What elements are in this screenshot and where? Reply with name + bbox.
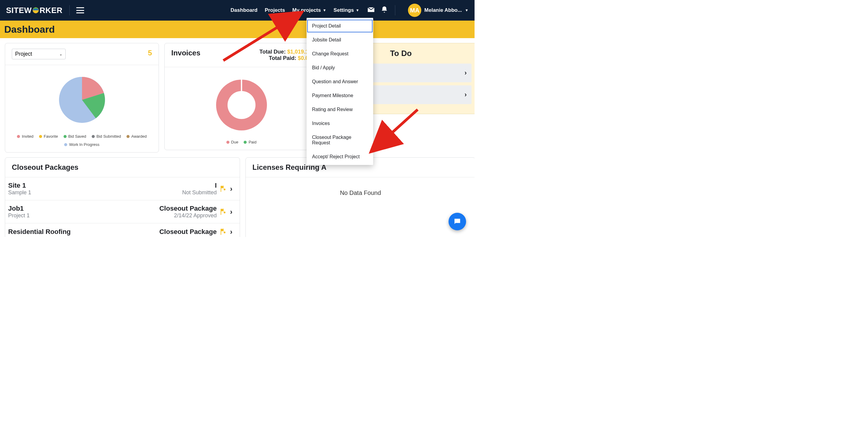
menu-accept-reject[interactable]: Accept/ Reject Project [307, 150, 373, 164]
project-selector[interactable]: Project ⌄ [12, 49, 66, 59]
closeout-status-sub: Not Submitted [182, 189, 217, 196]
chat-button[interactable] [448, 213, 466, 230]
svg-line-13 [371, 110, 417, 152]
menu-change-request[interactable]: Change Request [307, 47, 373, 61]
avatar: MA [408, 4, 421, 17]
menu-question-answer[interactable]: Question and Answer [307, 75, 373, 89]
closeout-site: Residential Roofing [8, 228, 71, 236]
closeout-status-title: Closeout Package [159, 205, 217, 213]
svg-rect-5 [241, 80, 242, 91]
chevron-down-icon: ▼ [355, 8, 359, 12]
svg-point-11 [224, 231, 225, 234]
legend-label: Paid [248, 140, 256, 144]
closeout-row[interactable]: Job1 Project 1 Closeout Package 2/14/22 … [5, 200, 240, 223]
flag-icon [220, 228, 227, 236]
logo-mark-icon [32, 7, 39, 13]
nav-divider [69, 5, 70, 16]
project-count: 5 [148, 49, 152, 57]
legend-label: Due [231, 140, 239, 144]
legend-label: Favorite [44, 134, 58, 138]
svg-point-9 [224, 212, 225, 213]
closeout-site: Job1 [8, 205, 30, 213]
projects-pie-chart [5, 65, 159, 133]
nav-divider [395, 5, 395, 16]
closeout-status-title: I [182, 182, 217, 189]
chevron-right-icon: › [230, 185, 232, 193]
chevron-right-icon: › [230, 227, 232, 236]
legend-label: Bid Saved [68, 134, 86, 138]
svg-rect-6 [221, 186, 221, 192]
nav-settings-label: Settings [334, 7, 354, 13]
chevron-down-icon: ▼ [465, 8, 468, 12]
chevron-right-icon: › [465, 91, 467, 99]
closeout-row[interactable]: Site 1 Sample 1 I Not Submitted › [5, 177, 240, 200]
chevron-right-icon: › [465, 69, 467, 77]
project-selector-label: Project [15, 51, 32, 57]
projects-legend: Invited Favorite Bid Saved Bid Submitted… [5, 133, 159, 152]
annotation-arrow-icon [220, 9, 308, 64]
mail-icon[interactable] [367, 6, 375, 15]
legend-label: Awarded [131, 134, 147, 138]
legend-label: Bid Submitted [97, 134, 121, 138]
user-name-label: Melanie Abbo... [424, 7, 462, 13]
user-menu[interactable]: MA Melanie Abbo... ▼ [408, 4, 468, 17]
closeout-project: Project 1 [8, 213, 30, 219]
menu-rating-review[interactable]: Rating and Review [307, 102, 373, 117]
bell-icon[interactable] [380, 6, 388, 15]
chat-icon [453, 217, 462, 226]
svg-point-7 [224, 189, 225, 190]
closeout-packages-card: Closeout Packages Site 1 Sample 1 I Not … [5, 157, 240, 237]
chevron-down-icon: ⌄ [59, 52, 62, 56]
closeout-title: Closeout Packages [12, 163, 79, 172]
svg-point-4 [227, 91, 255, 119]
closeout-project: Sample 1 [8, 189, 31, 196]
menu-toggle-button[interactable] [76, 7, 84, 13]
menu-closeout-package-request[interactable]: Closeout Package Request [307, 130, 373, 150]
my-projects-dropdown: Project Detail Jobsite Detail Change Req… [307, 18, 373, 165]
menu-invoices[interactable]: Invoices [307, 117, 373, 130]
flag-icon [220, 208, 227, 216]
legend-label: Work In Progress [69, 142, 99, 147]
svg-rect-8 [221, 209, 221, 215]
annotation-arrow-icon [366, 106, 421, 155]
brand-logo: SITEW RKER [6, 6, 63, 15]
invoices-donut-chart [165, 67, 318, 138]
invoices-title: Invoices [171, 49, 200, 57]
chevron-right-icon: › [230, 208, 232, 216]
closeout-status-title: Closeout Package [159, 228, 217, 236]
svg-rect-1 [34, 7, 37, 9]
menu-bid-apply[interactable]: Bid / Apply [307, 61, 373, 75]
menu-jobsite-detail[interactable]: Jobsite Detail [307, 33, 373, 47]
svg-line-12 [223, 12, 302, 61]
projects-card: Project ⌄ 5 Invited Favorite Bid Saved B… [5, 43, 159, 153]
closeout-site: Site 1 [8, 182, 31, 189]
menu-payment-milestone[interactable]: Payment Milestone [307, 89, 373, 102]
invoices-legend: Due Paid [165, 138, 318, 150]
chevron-down-icon: ▼ [322, 8, 326, 12]
licenses-empty-text: No Data Found [246, 177, 474, 209]
licenses-card: Licenses Requiring A No Data Found [245, 157, 474, 237]
menu-project-detail[interactable]: Project Detail [307, 19, 373, 33]
legend-label: Invited [22, 134, 33, 138]
closeout-status-sub: 2/14/22 Approved [159, 213, 217, 219]
closeout-row[interactable]: Residential Roofing Closeout Package › [5, 223, 240, 237]
svg-rect-10 [221, 229, 221, 235]
nav-settings[interactable]: Settings ▼ [334, 7, 359, 13]
flag-icon [220, 185, 227, 192]
page-title: Dashboard [4, 24, 55, 35]
